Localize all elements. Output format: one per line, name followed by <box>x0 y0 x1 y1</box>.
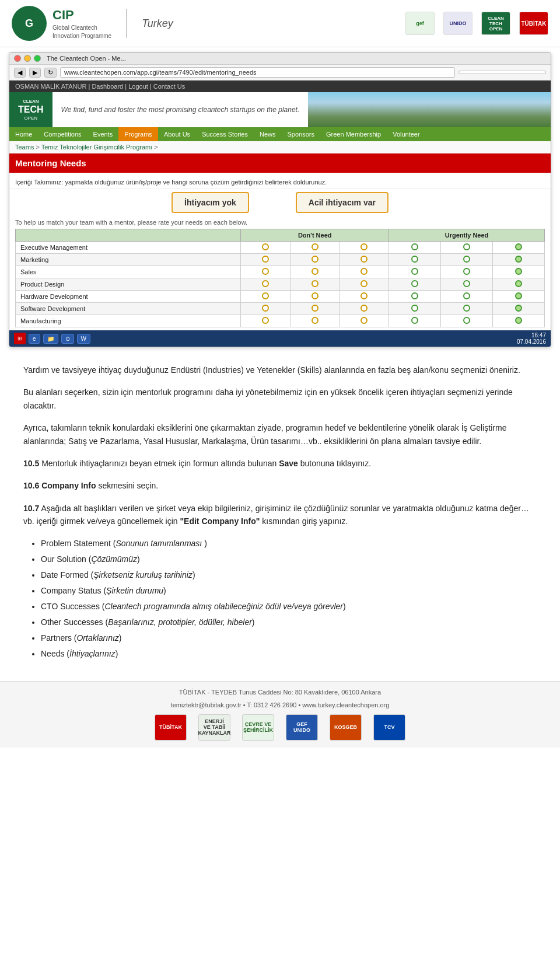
taskbar-word[interactable]: W <box>77 334 90 344</box>
mountain-image <box>308 92 551 127</box>
nav-programs[interactable]: Programs <box>118 127 158 141</box>
radio-dont-3[interactable] <box>340 291 389 303</box>
refresh-button[interactable]: ↻ <box>44 68 57 78</box>
close-button[interactable] <box>14 55 21 62</box>
footer-logos: TÜBİTAKENERJİ VE TABİİ KAYNAKLARÇEVRE VE… <box>12 714 548 741</box>
list-item: Needs (İhtiyaçlarınız) <box>41 648 537 660</box>
breadcrumb-teams[interactable]: Teams <box>15 144 34 151</box>
radio-dont-3[interactable] <box>340 242 389 254</box>
clock: 16:47 07.04.2016 <box>517 332 546 345</box>
unido-logo: UNIDO <box>443 12 473 35</box>
minimize-button[interactable] <box>24 55 31 62</box>
row-label: Marketing <box>16 254 241 266</box>
radio-urgent-1[interactable] <box>389 303 441 315</box>
radio-urgent-2[interactable] <box>440 242 492 254</box>
radio-urgent-2[interactable] <box>440 303 492 315</box>
nav-competitions[interactable]: Competitions <box>38 127 87 141</box>
radio-urgent-3[interactable] <box>492 278 544 291</box>
radio-dont-2[interactable] <box>290 315 340 327</box>
clean-tech-open-logo: CLEANTECHOPEN <box>481 12 510 35</box>
radio-dont-1[interactable] <box>241 278 290 291</box>
nav-volunteer[interactable]: Volunteer <box>387 127 425 141</box>
instructions-tr: İçeriği Takımınız: yapmakta olduğunuz ür… <box>9 176 551 189</box>
table-row: Executive Management <box>16 242 545 254</box>
cto-clean: CLEAN <box>18 99 44 104</box>
radio-urgent-3[interactable] <box>492 303 544 315</box>
list-item: Company Status (Şirketin durumu) <box>41 585 537 597</box>
site-nav: Home Competitions Events Programs About … <box>9 127 551 141</box>
radio-urgent-2[interactable] <box>440 315 492 327</box>
radio-dont-1[interactable] <box>241 303 290 315</box>
radio-urgent-2[interactable] <box>440 254 492 266</box>
taskbar-folder[interactable]: 📁 <box>43 334 58 344</box>
radio-urgent-2[interactable] <box>440 278 492 291</box>
radio-dont-1[interactable] <box>241 266 290 278</box>
gcip-title: CIP <box>52 6 111 25</box>
back-button[interactable]: ◀ <box>14 68 26 78</box>
list-item: Problem Statement (Sonunun tamımlanması … <box>41 537 537 550</box>
radio-dont-2[interactable] <box>290 242 340 254</box>
col-dont-need: Don't Need <box>241 229 389 242</box>
logo-g-letter: G <box>25 18 33 30</box>
section-10-7-suffix: kısmından giriş yapınız. <box>262 516 348 526</box>
radio-urgent-1[interactable] <box>389 278 441 291</box>
top-header: G CIP Global Cleantech Innovation Progra… <box>0 0 560 47</box>
url-bar[interactable]: www.cleantechopen.com/app.cgi/teams/7490… <box>60 67 455 78</box>
mentoring-table: Don't Need Urgently Need Executive Manag… <box>15 229 545 327</box>
radio-dont-1[interactable] <box>241 315 290 327</box>
radio-dont-1[interactable] <box>241 254 290 266</box>
radio-urgent-3[interactable] <box>492 254 544 266</box>
kosgeb: KOSGEB <box>330 714 362 741</box>
cto-logo: CLEAN TECH OPEN <box>9 92 52 127</box>
breadcrumb-program[interactable]: Temiz Teknolojiler Girişimcilik Programı <box>41 144 153 151</box>
radio-dont-2[interactable] <box>290 303 340 315</box>
radio-urgent-2[interactable] <box>440 266 492 278</box>
taskbar-chrome[interactable]: ⊙ <box>61 334 74 344</box>
radio-urgent-2[interactable] <box>440 291 492 303</box>
para-2-text: Bu alanları seçerken, sizin için mentorl… <box>23 388 513 410</box>
breadcrumb: Teams > Temiz Teknolojiler Girişimcilik … <box>9 141 551 153</box>
urgent-need-label: Acil ihtiyacım var <box>296 192 388 213</box>
radio-dont-3[interactable] <box>340 303 389 315</box>
section-10-5-number: 10.5 <box>23 459 39 468</box>
nav-sponsors[interactable]: Sponsors <box>282 127 320 141</box>
para-1: Yardım ve tavsiyeye ihtiyaç duyduğunuz E… <box>23 364 537 376</box>
taskbar-ie[interactable]: e <box>29 334 40 344</box>
radio-urgent-3[interactable] <box>492 315 544 327</box>
nav-success-stories[interactable]: Success Stories <box>196 127 254 141</box>
radio-dont-3[interactable] <box>340 315 389 327</box>
radio-dont-2[interactable] <box>290 291 340 303</box>
radio-urgent-3[interactable] <box>492 242 544 254</box>
browser-titlebar: The Cleantech Open - Me... <box>9 53 551 65</box>
radio-dont-3[interactable] <box>340 266 389 278</box>
nav-news[interactable]: News <box>254 127 282 141</box>
radio-urgent-3[interactable] <box>492 266 544 278</box>
radio-urgent-1[interactable] <box>389 254 441 266</box>
radio-urgent-1[interactable] <box>389 291 441 303</box>
para-3-text: Ayrıca, takımların teknik konulardaki ek… <box>23 423 506 445</box>
nav-home[interactable]: Home <box>9 127 38 141</box>
radio-urgent-3[interactable] <box>492 291 544 303</box>
radio-dont-1[interactable] <box>241 291 290 303</box>
cto-logo-inner: CLEAN TECH OPEN <box>18 99 44 121</box>
mentoring-section: To help us match your team with a mentor… <box>9 216 551 330</box>
bullet-list: Problem Statement (Sonunun tamımlanması … <box>23 537 537 660</box>
radio-dont-3[interactable] <box>340 254 389 266</box>
nav-about[interactable]: About Us <box>158 127 196 141</box>
radio-urgent-1[interactable] <box>389 242 441 254</box>
forward-button[interactable]: ▶ <box>29 68 41 78</box>
radio-dont-2[interactable] <box>290 278 340 291</box>
radio-dont-3[interactable] <box>340 278 389 291</box>
table-row: Sales <box>16 266 545 278</box>
radio-urgent-1[interactable] <box>389 266 441 278</box>
maximize-button[interactable] <box>34 55 41 62</box>
radio-dont-2[interactable] <box>290 254 340 266</box>
radio-urgent-1[interactable] <box>389 315 441 327</box>
nav-green-membership[interactable]: Green Membership <box>320 127 387 141</box>
nav-events[interactable]: Events <box>88 127 119 141</box>
table-row: Software Development <box>16 303 545 315</box>
radio-dont-1[interactable] <box>241 242 290 254</box>
radio-dont-2[interactable] <box>290 266 340 278</box>
start-button[interactable]: ⊞ <box>14 333 26 344</box>
search-bar[interactable] <box>459 71 546 74</box>
